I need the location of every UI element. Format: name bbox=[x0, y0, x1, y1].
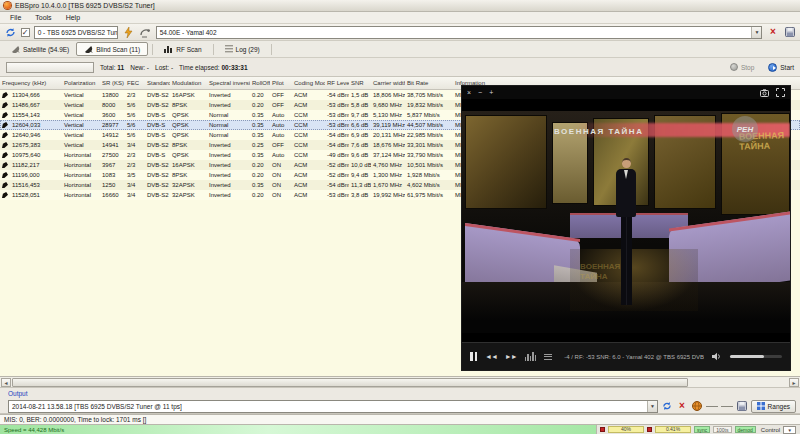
record-led-icon bbox=[647, 427, 652, 432]
save-output-icon[interactable] bbox=[736, 400, 748, 412]
tab-rf-scan[interactable]: RF Scan bbox=[157, 43, 208, 55]
table-cell: -52 dBm bbox=[325, 170, 349, 180]
table-cell: Inverted bbox=[207, 150, 250, 160]
table-cell: 11304,666 bbox=[10, 90, 62, 100]
table-cell: Inverted bbox=[207, 90, 250, 100]
table-cell: CCM bbox=[292, 150, 325, 160]
stop-button[interactable]: Stop bbox=[730, 63, 754, 71]
column-header[interactable]: SR (KS) bbox=[100, 77, 125, 89]
video-player-window[interactable]: × − + ВОЕННАЯ ТАЙНА bbox=[462, 86, 790, 370]
table-cell: Auto bbox=[270, 120, 292, 130]
column-header[interactable]: Pilot bbox=[270, 77, 292, 89]
table-cell: 3,8 dB bbox=[349, 190, 371, 200]
column-header[interactable]: RollOff bbox=[250, 77, 270, 89]
refresh-output-icon[interactable] bbox=[661, 400, 673, 412]
table-cell: 8000 bbox=[100, 100, 125, 110]
column-header[interactable]: Coding Mode bbox=[292, 77, 325, 89]
table-cell: 11486,667 bbox=[10, 100, 62, 110]
delete-satellite-icon[interactable]: × bbox=[766, 26, 779, 39]
column-header[interactable]: Frequency (kHz) bbox=[0, 77, 62, 89]
table-cell: Inverted bbox=[207, 190, 250, 200]
volume-slider[interactable] bbox=[730, 355, 782, 358]
fullscreen-icon[interactable] bbox=[776, 88, 785, 97]
player-close-button[interactable]: × bbox=[467, 86, 471, 99]
menu-file[interactable]: File bbox=[4, 13, 27, 22]
speaker-icon[interactable] bbox=[712, 352, 722, 361]
tab-satellite[interactable]: Satellite (54.9E) bbox=[4, 43, 76, 55]
table-cell: 16APSK bbox=[170, 160, 207, 170]
column-header[interactable]: Modulation bbox=[170, 77, 207, 89]
table-cell: 2/3 bbox=[125, 150, 145, 160]
video-frame: ВОЕННАЯ ТАЙНА ВОЕННАЯ ТАЙНА ВОЕННАЯ ТАЙН… bbox=[462, 111, 790, 333]
table-cell: 5/6 bbox=[125, 100, 145, 110]
rewind-button[interactable]: ◄◄ bbox=[485, 353, 497, 360]
table-cell: DVB-S2 bbox=[145, 170, 170, 180]
table-cell: -54 dBm bbox=[325, 180, 349, 190]
tuner-enable-checkbox[interactable]: ✓ bbox=[21, 28, 30, 37]
forward-button[interactable]: ►► bbox=[505, 353, 517, 360]
lock-status-text: MIS: 0, BER: 0.0000000, Time to lock: 17… bbox=[4, 416, 146, 423]
column-header[interactable]: Polarization bbox=[62, 77, 100, 89]
table-cell: 27500 bbox=[100, 150, 125, 160]
chevron-down-icon[interactable]: ▼ bbox=[751, 27, 761, 38]
table-cell: ON bbox=[270, 190, 292, 200]
start-button[interactable]: Start bbox=[768, 63, 794, 72]
table-cell: ACM bbox=[292, 180, 325, 190]
elapsed-value: 00:33:31 bbox=[221, 64, 247, 71]
ranges-button[interactable]: Ranges bbox=[751, 400, 796, 413]
title-bar[interactable]: EBSpro 10.4.0.0 [TBS 6925 DVBS/S2 Tuner] bbox=[0, 0, 800, 12]
tuner-select[interactable]: 0 - TBS 6925 DVBS/S2 Tuner ▼ bbox=[34, 26, 119, 39]
column-header[interactable]: Spectral inversion bbox=[207, 77, 250, 89]
table-cell: ACM bbox=[292, 170, 325, 180]
table-cell: Horizontal bbox=[62, 170, 100, 180]
output-log-combo[interactable]: 2014-08-21 13.58.18 [TBS 6925 DVBS/S2 Tu… bbox=[8, 400, 658, 413]
lnb-settings-icon[interactable] bbox=[122, 26, 135, 39]
globe-icon[interactable] bbox=[691, 400, 703, 412]
pause-button[interactable] bbox=[470, 352, 477, 361]
tab-blind-scan[interactable]: Blind Scan (11) bbox=[76, 42, 148, 56]
save-icon[interactable] bbox=[783, 26, 796, 39]
table-cell: 11,3 dB bbox=[349, 180, 371, 190]
table-cell: 10975,640 bbox=[10, 150, 62, 160]
satellite-select[interactable]: 54.00E - Yamal 402 ▼ bbox=[156, 26, 763, 39]
scroll-right-icon[interactable]: ► bbox=[789, 378, 799, 387]
details-view-icon[interactable] bbox=[721, 400, 733, 412]
player-add-button[interactable]: + bbox=[489, 86, 493, 99]
app-window: EBSpro 10.4.0.0 [TBS 6925 DVBS/S2 Tuner]… bbox=[0, 0, 800, 434]
column-header[interactable]: Standard bbox=[145, 77, 170, 89]
equalizer-icon[interactable] bbox=[525, 352, 537, 361]
column-header[interactable]: Carrier width bbox=[371, 77, 405, 89]
table-cell: 8PSK bbox=[170, 100, 207, 110]
buffer-bar-1: 40% bbox=[608, 426, 644, 433]
column-header[interactable]: SNR bbox=[349, 77, 371, 89]
lost-label: Lost: - bbox=[155, 64, 173, 71]
playlist-icon[interactable] bbox=[544, 352, 552, 361]
control-combo[interactable]: ▼ bbox=[783, 426, 796, 434]
player-minimize-button[interactable]: − bbox=[478, 86, 482, 99]
diseqc-icon[interactable] bbox=[139, 26, 152, 39]
column-header[interactable]: FEC bbox=[125, 77, 145, 89]
table-cell: 12675,383 bbox=[10, 140, 62, 150]
tab-satellite-label: Satellite (54.9E) bbox=[23, 46, 69, 53]
chevron-down-icon[interactable]: ▼ bbox=[647, 401, 657, 412]
scroll-left-icon[interactable]: ◄ bbox=[1, 378, 11, 387]
refresh-tuners-icon[interactable] bbox=[4, 26, 17, 39]
separator bbox=[152, 44, 153, 55]
list-view-icon[interactable] bbox=[706, 400, 718, 412]
horizontal-scrollbar[interactable]: ◄ ► bbox=[0, 377, 800, 388]
table-cell: 1,928 Mbit/s bbox=[405, 170, 453, 180]
table-cell: CCM bbox=[292, 140, 325, 150]
column-header[interactable]: RF Level bbox=[325, 77, 349, 89]
video-area[interactable]: ВОЕННАЯ ТАЙНА ВОЕННАЯ ТАЙНА ВОЕННАЯ ТАЙН… bbox=[462, 99, 790, 342]
table-cell: 0.20 bbox=[250, 90, 270, 100]
menu-tools[interactable]: Tools bbox=[29, 13, 57, 22]
scan-status-row: Total: 11 New: - Lost: - Time elapsed: 0… bbox=[0, 58, 800, 77]
table-cell: 0.25 bbox=[250, 140, 270, 150]
scrollbar-thumb[interactable] bbox=[12, 378, 688, 387]
menu-help[interactable]: Help bbox=[60, 13, 86, 22]
clear-output-icon[interactable]: × bbox=[676, 400, 688, 412]
tab-log[interactable]: Log (29) bbox=[218, 43, 267, 55]
column-header[interactable]: Bit Rate bbox=[405, 77, 453, 89]
snapshot-icon[interactable] bbox=[760, 89, 769, 97]
table-cell: 32APSK bbox=[170, 180, 207, 190]
